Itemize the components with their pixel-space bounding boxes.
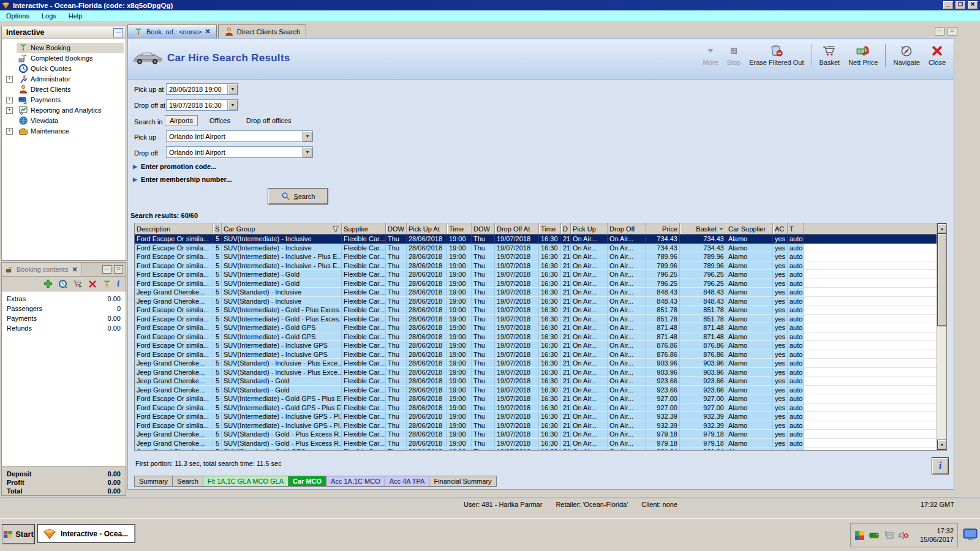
search-button[interactable]: Search — [268, 188, 328, 204]
column-header-price[interactable]: Price — [646, 223, 680, 234]
table-row[interactable]: Ford Escape Or simila...5SUV(Intermediat… — [135, 261, 946, 271]
membership-number-expander[interactable]: ▶ Enter membership number... — [133, 176, 232, 183]
search-in-option-airports[interactable]: Airports — [165, 115, 198, 126]
sidebar-item-payments[interactable]: +$Payments — [2, 95, 126, 105]
booking-contents-minimize-button[interactable]: — — [102, 265, 111, 274]
dropoff-combobox[interactable]: Orlando Intl Airport ▼ — [166, 146, 313, 158]
tab-close-icon[interactable]: ✕ — [205, 28, 211, 36]
minimize-button[interactable]: _ — [943, 1, 954, 10]
table-row[interactable]: Ford Escape Or simila...5SUV(Intermediat… — [135, 394, 946, 403]
filter-icon[interactable] — [332, 225, 339, 233]
sidebar-item-direct-clients[interactable]: Direct Clients — [2, 84, 126, 95]
bottom-tab-flt-1a-1c-gla-mco-gla[interactable]: Flt 1A,1C GLA MCO GLA — [203, 476, 288, 487]
column-header-basket[interactable]: Basket — [680, 223, 726, 234]
booking-contents-maximize-button[interactable]: □ — [114, 265, 123, 274]
table-row[interactable]: Ford Escape Or simila...5SUV(Intermediat… — [135, 341, 946, 350]
sidebar-item-administrator[interactable]: +Administrator — [2, 74, 126, 84]
column-header-dow[interactable]: DOW — [472, 223, 495, 234]
vertical-scrollbar[interactable]: ▲ ▼ — [937, 223, 946, 450]
booking-toolbar-cart-add-button[interactable] — [73, 279, 83, 288]
column-header-supplier[interactable]: Supplier — [342, 223, 386, 234]
show-desktop-icon[interactable] — [963, 528, 978, 541]
booking-toolbar-history-button[interactable] — [58, 279, 67, 288]
column-header-time[interactable]: Time — [447, 223, 472, 234]
search-in-option-offices[interactable]: Offices — [205, 116, 235, 126]
table-row[interactable]: Jeep Grand Cheroke...5SUV(Standard) - In… — [135, 297, 946, 306]
column-header-car-group[interactable]: Car Group — [222, 223, 342, 234]
booking-contents-close-icon[interactable]: ✕ — [72, 266, 77, 274]
column-header-dow[interactable]: DOW — [386, 223, 407, 234]
column-header-drop-off[interactable]: Drop Off — [608, 223, 646, 234]
start-button[interactable]: Start — [2, 524, 35, 544]
chevron-down-icon[interactable]: ▼ — [227, 84, 238, 94]
volume-muted-tray-icon[interactable] — [899, 531, 909, 540]
booking-toolbar-add-button[interactable] — [43, 279, 53, 288]
table-row[interactable]: Ford Escape Or simila...5SUV(Intermediat… — [135, 315, 946, 324]
pickup-at-combobox[interactable]: 28/06/2018 19:00 ▼ — [166, 83, 238, 95]
device-tray-icon[interactable] — [884, 530, 894, 540]
column-header-pick-up[interactable]: Pick Up — [571, 223, 608, 234]
chevron-down-icon[interactable]: ▼ — [302, 147, 312, 157]
table-row[interactable]: Ford Escape Or simila...5SUV(Intermediat… — [135, 332, 946, 342]
bottom-tab-search[interactable]: Search — [173, 476, 203, 487]
column-header-time[interactable]: Time — [539, 223, 561, 234]
column-header-ac[interactable]: AC — [773, 223, 788, 234]
table-row[interactable]: Ford Escape Or simila...5SUV(Intermediat… — [135, 323, 946, 332]
booking-contents-tab[interactable]: Booking contents ✕ — [2, 263, 82, 276]
scrollbar-thumb[interactable] — [937, 233, 947, 326]
menu-item-logs[interactable]: Logs — [36, 11, 62, 21]
table-row[interactable]: Ford Escape Or simila...5SUV(Intermediat… — [135, 403, 946, 413]
column-header-description[interactable]: Description — [135, 223, 213, 234]
column-header-pick-up-at[interactable]: Pick Up At — [407, 223, 447, 234]
table-row[interactable]: Jeep Grand Cheroke...5SUV(Standard) - Go… — [135, 377, 946, 386]
table-row[interactable]: Jeep Grand Cheroke...5SUV(Standard) - In… — [135, 359, 946, 368]
sidebar-item-maintenance[interactable]: +Maintenance — [2, 126, 126, 137]
restore-button[interactable]: ❐ — [955, 1, 966, 10]
toolbar-close-button[interactable]: Close — [924, 43, 950, 67]
chevron-down-icon[interactable]: ▼ — [302, 131, 312, 141]
bottom-tab-acc-1a-1c-mco[interactable]: Acc 1A,1C MCO — [326, 476, 385, 487]
table-row[interactable]: Ford Escape Or simila...5SUV(Intermediat… — [135, 305, 946, 315]
table-row[interactable]: Jeep Grand Cheroke...5SUV(Standard) - Go… — [135, 430, 946, 439]
bottom-tab-financial-summary[interactable]: Financial Summary — [429, 476, 496, 487]
toolbar-erase-filtered-out-button[interactable]: Erase Filtered Out — [745, 43, 808, 67]
sidebar-item-completed-bookings[interactable]: Completed Bookings — [2, 53, 126, 64]
table-row[interactable]: Jeep Grand Cheroke...5SUV(Standard) - In… — [135, 288, 946, 297]
table-row[interactable]: Ford Escape Or simila...5SUV(Intermediat… — [135, 350, 946, 359]
expand-plus-icon[interactable]: + — [6, 128, 13, 135]
column-header-s[interactable]: S — [213, 223, 222, 234]
table-row[interactable]: Jeep Grand Cheroke...5SUV(Standard) - In… — [135, 368, 946, 377]
sidebar-item-viewdata[interactable]: Viewdata — [2, 116, 126, 126]
column-header-t[interactable]: T — [788, 223, 804, 234]
sidebar-item-reporting-and-analytics[interactable]: +Reporting and Analytics — [2, 105, 126, 116]
table-row[interactable]: Ford Escape Or simila...5SUV(Intermediat… — [135, 252, 946, 261]
scroll-up-icon[interactable]: ▲ — [937, 223, 947, 234]
panel-minimize-button[interactable]: — — [935, 27, 944, 36]
column-header-drop-off-at[interactable]: Drop Off At — [495, 223, 539, 234]
tab-direct-clients-search[interactable]: Direct Clients Search — [218, 24, 306, 38]
scroll-down-icon[interactable]: ▼ — [937, 440, 947, 450]
table-row[interactable]: Ford Escape Or simila...5SUV(Intermediat… — [135, 279, 946, 288]
bottom-tab-car-mco[interactable]: Car MCO — [288, 476, 326, 487]
table-row[interactable]: Ford Escape Or simila...5SUV(Intermediat… — [135, 412, 946, 421]
sidebar-item-new-booking[interactable]: New Booking — [2, 43, 126, 53]
table-row[interactable]: Ford Escape Or simila...5SUV(Intermediat… — [135, 244, 946, 253]
pickup-combobox[interactable]: Orlando Intl Airport ▼ — [166, 130, 313, 142]
table-row[interactable]: Jeep Grand Cheroke...5SUV(Standard) - Go… — [135, 386, 946, 395]
toolbar-nett-price-button[interactable]: Nett Price — [844, 43, 882, 67]
booking-toolbar-holiday-button[interactable] — [102, 279, 111, 288]
taskbar-app-button[interactable]: Interactive - Ocea... — [37, 524, 135, 543]
bottom-tab-summary[interactable]: Summary — [134, 476, 173, 487]
chevron-down-icon[interactable]: ▼ — [227, 100, 238, 110]
menu-item-help[interactable]: Help — [62, 11, 89, 21]
dropoff-at-combobox[interactable]: 19/07/2018 16:30 ▼ — [166, 99, 238, 111]
close-button[interactable]: ✕ — [967, 1, 978, 10]
sidebar-collapse-button[interactable]: — — [113, 28, 123, 37]
toolbar-navigate-button[interactable]: Navigate — [889, 43, 924, 67]
promotion-code-expander[interactable]: ▶ Enter promotion code... — [133, 163, 216, 170]
info-button[interactable]: i — [932, 457, 949, 474]
booking-toolbar-info-button[interactable]: i — [117, 280, 119, 288]
antivirus-tray-icon[interactable] — [854, 530, 865, 541]
column-header-d[interactable]: D — [561, 223, 571, 234]
table-row[interactable]: Ford Escape Or simila...5SUV(Intermediat… — [135, 421, 946, 430]
